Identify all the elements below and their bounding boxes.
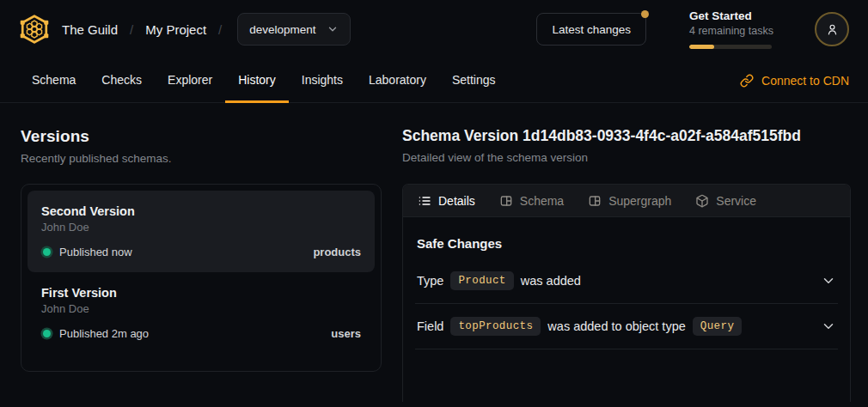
change-text: was added [521, 274, 581, 288]
version-author: John Doe [41, 221, 361, 234]
published-status-dot [43, 330, 51, 337]
target-selector[interactable]: development [237, 13, 350, 46]
change-code-badge: topProducts [450, 317, 541, 336]
tab-settings[interactable]: Settings [439, 58, 509, 103]
get-started-progress-fill [689, 45, 714, 49]
published-status: Published 2m ago [59, 327, 149, 340]
user-icon [825, 22, 840, 37]
tab-checks[interactable]: Checks [89, 58, 155, 103]
versions-subtitle: Recently published schemas. [21, 152, 382, 165]
get-started-subtitle: 4 remaining tasks [689, 24, 772, 39]
connect-to-cdn-link[interactable]: Connect to CDN [740, 58, 849, 102]
user-avatar[interactable] [815, 12, 849, 46]
change-row[interactable]: Type Product was added [415, 258, 838, 304]
version-detail-panel: Details Schema Sup [402, 184, 851, 402]
version-service-name: products [313, 246, 361, 258]
tab-service-label: Service [716, 194, 756, 208]
change-text: Field [417, 319, 443, 333]
version-list-item[interactable]: First Version John Doe Published 2m ago … [28, 272, 375, 354]
versions-title: Versions [21, 127, 382, 146]
tab-service[interactable]: Service [695, 194, 756, 208]
main-content: Versions Recently published schemas. Sec… [0, 103, 868, 407]
main-nav: Schema Checks Explorer History Insights … [0, 58, 868, 103]
breadcrumb-project[interactable]: My Project [145, 22, 206, 37]
columns-icon [588, 194, 602, 208]
tab-laboratory[interactable]: Laboratory [356, 58, 439, 103]
tab-history[interactable]: History [225, 58, 289, 103]
breadcrumb-separator: / [130, 22, 133, 37]
tab-schema-view-label: Schema [520, 194, 564, 208]
change-text: was added to object type [547, 319, 685, 333]
schema-version-title: Schema Version 1d14db83-0933-4f4c-a02f-a… [402, 127, 851, 145]
change-text: Type [417, 274, 443, 288]
app-header: The Guild / My Project / development Lat… [0, 0, 868, 58]
chevron-down-icon[interactable] [821, 273, 836, 289]
chevron-down-icon[interactable] [821, 319, 836, 334]
version-name: First Version [41, 286, 361, 300]
version-list-item[interactable]: Second Version John Doe Published now pr… [28, 191, 375, 272]
nav-tabs: Schema Checks Explorer History Insights … [19, 58, 509, 102]
tab-details[interactable]: Details [418, 194, 475, 208]
breadcrumb-separator: / [218, 22, 222, 37]
get-started-title: Get Started [689, 9, 772, 24]
version-author: John Doe [41, 302, 361, 315]
hive-logo-icon[interactable] [19, 14, 50, 45]
published-status: Published now [59, 246, 132, 258]
latest-changes-button[interactable]: Latest changes [536, 13, 646, 46]
safe-changes-section: Safe Changes Type Product was added Fiel… [403, 217, 850, 349]
connect-to-cdn-label: Connect to CDN [761, 74, 849, 88]
breadcrumb-org[interactable]: The Guild [62, 22, 118, 37]
published-status-dot [43, 248, 51, 256]
latest-changes-label: Latest changes [552, 23, 631, 36]
notification-dot [641, 10, 649, 18]
target-selector-value: development [249, 23, 315, 36]
schema-version-subtitle: Detailed view of the schema version [402, 151, 851, 164]
chevron-down-icon [327, 23, 339, 35]
version-detail-column: Schema Version 1d14db83-0933-4f4c-a02f-a… [402, 127, 851, 407]
version-service-name: users [331, 327, 361, 340]
version-name: Second Version [41, 204, 361, 218]
tab-insights[interactable]: Insights [289, 58, 356, 103]
cube-icon [695, 194, 709, 208]
tab-schema-view[interactable]: Schema [499, 194, 564, 208]
get-started-progressbar [689, 45, 772, 49]
columns-icon [499, 194, 513, 208]
change-code-badge: Product [450, 271, 513, 290]
list-icon [418, 194, 431, 208]
tab-details-label: Details [438, 194, 475, 208]
tab-explorer[interactable]: Explorer [155, 58, 225, 103]
change-code-badge: Query [693, 317, 743, 336]
change-row[interactable]: Field topProducts was added to object ty… [415, 304, 838, 349]
detail-tabs: Details Schema Sup [403, 185, 850, 217]
link-icon [740, 74, 754, 88]
versions-list: Second Version John Doe Published now pr… [21, 184, 382, 372]
versions-column: Versions Recently published schemas. Sec… [21, 127, 382, 407]
tab-schema[interactable]: Schema [19, 58, 89, 103]
get-started-widget[interactable]: Get Started 4 remaining tasks [689, 9, 772, 49]
tab-supergraph-label: Supergraph [608, 194, 671, 208]
tab-supergraph[interactable]: Supergraph [588, 194, 671, 208]
safe-changes-title: Safe Changes [417, 236, 836, 251]
